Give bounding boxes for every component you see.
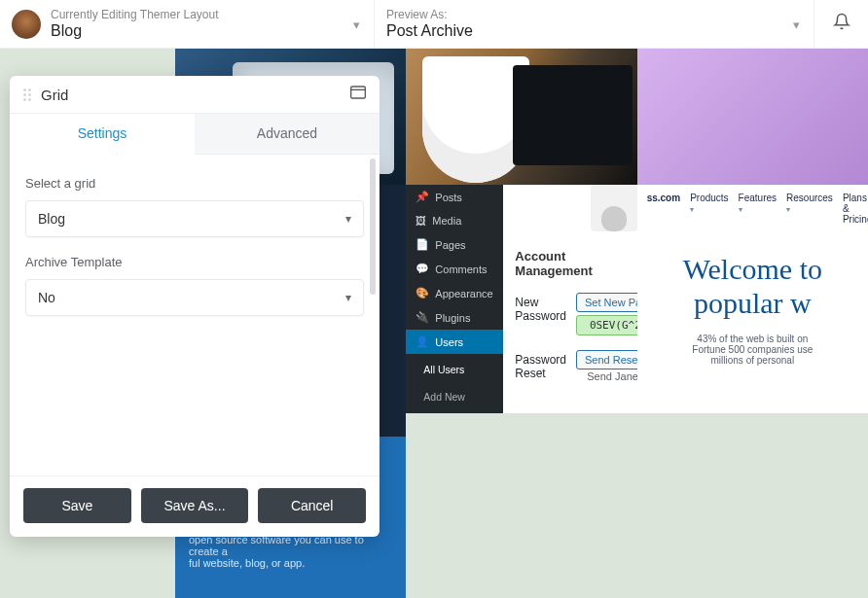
account-heading: Account Management [515, 249, 625, 278]
archive-template-dropdown[interactable]: No ▾ [25, 279, 364, 316]
preview-as-switcher[interactable]: Preview As: Post Archive ▾ [375, 0, 814, 48]
new-password-label: New Password [515, 296, 566, 323]
avatar [591, 185, 637, 231]
archive-template-label: Archive Template [25, 255, 364, 269]
panel-title: Grid [41, 87, 68, 103]
bg-tile: 📌Posts 🖼Media 📄Pages 💬Comments 🎨Appearan… [406, 185, 636, 413]
bg-tile [406, 49, 636, 185]
set-password-button: Set New Pass [576, 293, 637, 312]
select-grid-dropdown[interactable]: Blog ▾ [25, 200, 364, 237]
bg-tile: ss.com Products Features Resources Plans… [637, 185, 868, 413]
drag-handle-icon[interactable] [23, 88, 31, 101]
expand-window-icon[interactable] [350, 86, 366, 103]
save-button[interactable]: Save [23, 488, 131, 523]
promo-kicker: 43% of the web is built on Fortune 500 c… [651, 334, 854, 366]
tab-advanced[interactable]: Advanced [195, 114, 380, 154]
layout-title: Blog [51, 21, 219, 40]
archive-template-value: No [38, 290, 55, 305]
cancel-button[interactable]: Cancel [258, 488, 366, 523]
preview-title: Post Archive [386, 21, 473, 40]
chevron-down-icon: ▾ [793, 17, 800, 31]
module-settings-panel: Grid Settings Advanced Select a grid Blo… [10, 76, 380, 537]
select-grid-label: Select a grid [25, 176, 364, 191]
chevron-down-icon: ▾ [345, 291, 351, 304]
password-reset-label: Password Reset [515, 353, 566, 380]
chevron-down-icon: ▾ [353, 17, 360, 31]
bell-icon [833, 13, 850, 35]
top-bar: Currently Editing Themer Layout Blog ▾ P… [0, 0, 868, 49]
promo-headline: Welcome to popular w [651, 253, 854, 320]
save-as-button[interactable]: Save As... [141, 488, 249, 523]
wp-admin-sidebar: 📌Posts 🖼Media 📄Pages 💬Comments 🎨Appearan… [406, 185, 503, 413]
notifications-button[interactable] [814, 0, 868, 48]
password-value: 0SEV(G^22y [576, 315, 637, 335]
scrollbar[interactable] [370, 158, 376, 295]
svg-rect-0 [351, 87, 366, 98]
promo-nav: ss.com Products Features Resources Plans… [647, 193, 868, 225]
panel-tabs: Settings Advanced [10, 114, 380, 155]
beaver-logo-icon [12, 10, 41, 39]
send-reset-button: Send Reset Li [576, 350, 637, 369]
wp-hero-text: open source software you can use to crea… [189, 534, 392, 569]
layout-switcher[interactable]: Currently Editing Themer Layout Blog ▾ [0, 0, 375, 48]
chevron-down-icon: ▾ [345, 212, 351, 226]
tab-settings[interactable]: Settings [10, 114, 195, 155]
bg-tile [637, 49, 868, 185]
layout-super-label: Currently Editing Themer Layout [51, 8, 219, 21]
preview-super-label: Preview As: [386, 8, 473, 21]
select-grid-value: Blog [38, 211, 65, 227]
